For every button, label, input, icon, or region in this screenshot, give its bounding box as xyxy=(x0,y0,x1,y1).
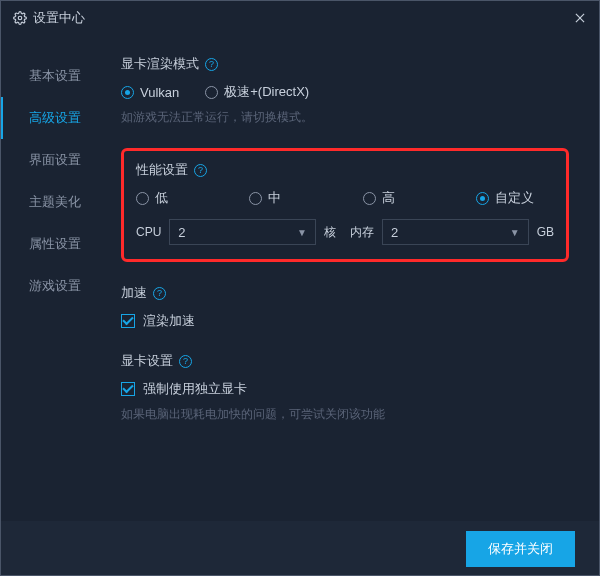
mem-label: 内存 xyxy=(350,224,374,241)
radio-directx[interactable]: 极速+(DirectX) xyxy=(205,83,309,101)
sidebar-item-game[interactable]: 游戏设置 xyxy=(1,265,111,307)
svg-point-0 xyxy=(18,16,22,20)
gear-icon xyxy=(13,11,27,25)
radio-label: 极速+(DirectX) xyxy=(224,83,309,101)
sidebar-item-theme[interactable]: 主题美化 xyxy=(1,181,111,223)
radio-label: 低 xyxy=(155,189,168,207)
checkbox-icon xyxy=(121,382,135,396)
checkbox-force-gpu[interactable]: 强制使用独立显卡 xyxy=(121,380,569,398)
mem-select[interactable]: 2 ▼ xyxy=(382,219,529,245)
gpu-hint: 如果电脑出现耗电加快的问题，可尝试关闭该功能 xyxy=(121,406,569,423)
sidebar-item-basic[interactable]: 基本设置 xyxy=(1,55,111,97)
accel-title: 加速 xyxy=(121,284,147,302)
gpu-title: 显卡设置 xyxy=(121,352,173,370)
cpu-unit: 核 xyxy=(324,224,336,241)
help-icon[interactable]: ? xyxy=(205,58,218,71)
select-value: 2 xyxy=(178,225,185,240)
radio-label: 中 xyxy=(268,189,281,207)
radio-circle-icon xyxy=(249,192,262,205)
help-icon[interactable]: ? xyxy=(194,164,207,177)
perf-title: 性能设置 xyxy=(136,161,188,179)
radio-high[interactable]: 高 xyxy=(363,189,395,207)
render-hint: 如游戏无法正常运行，请切换模式。 xyxy=(121,109,569,126)
cpu-label: CPU xyxy=(136,225,161,239)
checkbox-label: 强制使用独立显卡 xyxy=(143,380,247,398)
save-close-button[interactable]: 保存并关闭 xyxy=(466,531,575,567)
radio-vulkan[interactable]: Vulkan xyxy=(121,85,179,100)
chevron-down-icon: ▼ xyxy=(297,227,307,238)
sidebar-item-advanced[interactable]: 高级设置 xyxy=(1,97,111,139)
radio-mid[interactable]: 中 xyxy=(249,189,281,207)
sidebar-item-interface[interactable]: 界面设置 xyxy=(1,139,111,181)
window-title: 设置中心 xyxy=(33,9,573,27)
radio-label: 高 xyxy=(382,189,395,207)
radio-circle-icon xyxy=(136,192,149,205)
radio-label: Vulkan xyxy=(140,85,179,100)
radio-low[interactable]: 低 xyxy=(136,189,168,207)
help-icon[interactable]: ? xyxy=(179,355,192,368)
radio-circle-icon xyxy=(363,192,376,205)
cpu-select[interactable]: 2 ▼ xyxy=(169,219,316,245)
render-mode-title: 显卡渲染模式 xyxy=(121,55,199,73)
help-icon[interactable]: ? xyxy=(153,287,166,300)
sidebar: 基本设置 高级设置 界面设置 主题美化 属性设置 游戏设置 xyxy=(1,35,111,521)
select-value: 2 xyxy=(391,225,398,240)
performance-section: 性能设置 ? 低 中 高 自定义 xyxy=(121,148,569,262)
radio-custom[interactable]: 自定义 xyxy=(476,189,534,207)
checkbox-icon xyxy=(121,314,135,328)
close-icon[interactable] xyxy=(573,11,587,25)
radio-label: 自定义 xyxy=(495,189,534,207)
sidebar-item-property[interactable]: 属性设置 xyxy=(1,223,111,265)
checkbox-label: 渲染加速 xyxy=(143,312,195,330)
radio-circle-icon xyxy=(476,192,489,205)
checkbox-render-accel[interactable]: 渲染加速 xyxy=(121,312,569,330)
mem-unit: GB xyxy=(537,225,554,239)
radio-circle-icon xyxy=(205,86,218,99)
radio-circle-icon xyxy=(121,86,134,99)
chevron-down-icon: ▼ xyxy=(510,227,520,238)
